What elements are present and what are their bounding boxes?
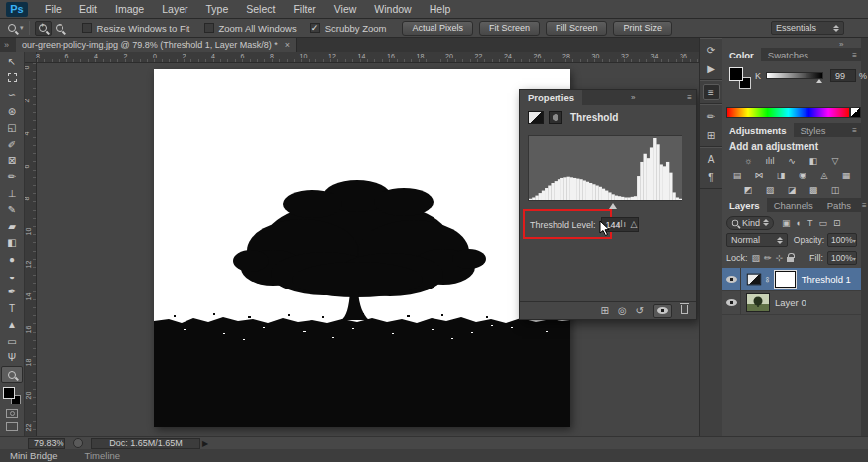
button-actual-pixels[interactable]: Actual Pixels	[402, 21, 473, 36]
dropdown-arrow-icon[interactable]: ▾	[853, 255, 856, 262]
threshold-histogram[interactable]	[528, 135, 682, 201]
history-panel-icon[interactable]: ⟳	[703, 42, 720, 58]
menu-filter[interactable]: Filter	[284, 3, 324, 15]
status-expand-icon[interactable]: ▶	[202, 439, 208, 448]
shape-tool[interactable]: ▭	[1, 333, 23, 350]
k-slider-handle[interactable]	[816, 79, 822, 83]
menu-type[interactable]: Type	[196, 3, 237, 15]
toggle-visibility-icon[interactable]	[653, 304, 672, 318]
black-white-icon[interactable]: ◨	[773, 169, 790, 181]
layer-mask-thumbnail[interactable]	[775, 271, 796, 288]
lasso-tool[interactable]: ∽	[1, 86, 23, 103]
properties-tab[interactable]: Properties	[520, 90, 582, 105]
color-spectrum-ramp[interactable]	[726, 107, 850, 118]
gradient-tool[interactable]: ◧	[1, 235, 23, 252]
layer-name[interactable]: Threshold 1	[802, 274, 851, 285]
tab-channels[interactable]: Channels	[767, 198, 820, 212]
color-balance-icon[interactable]: ⋈	[751, 169, 768, 181]
threshold-icon[interactable]: ◪	[784, 183, 801, 196]
healing-brush-tool[interactable]: ⊠	[1, 153, 23, 170]
brush-panel-icon[interactable]: ✏	[703, 108, 720, 124]
panel-menu-icon[interactable]: ≡	[683, 93, 696, 102]
color-swatch-pair[interactable]	[729, 67, 751, 89]
quick-mask-button[interactable]	[6, 409, 18, 418]
history-brush-tool[interactable]: ✎	[1, 201, 23, 218]
panel-menu-icon[interactable]: ≡	[848, 123, 861, 137]
brush-tool[interactable]: ✏	[1, 169, 23, 185]
checkbox-zoom-all-windows[interactable]: Zoom All Windows	[204, 23, 297, 34]
tab-overflow-icon[interactable]: »	[4, 40, 9, 50]
checkbox-scrubby-zoom[interactable]: ✓Scrubby Zoom	[310, 23, 387, 34]
tab-paths[interactable]: Paths	[820, 198, 858, 212]
brightness-contrast-icon[interactable]: ☼	[740, 154, 757, 167]
menu-window[interactable]: Window	[365, 3, 420, 15]
tab-styles[interactable]: Styles	[794, 123, 833, 137]
zoom-out-button[interactable]: −	[52, 21, 68, 36]
foreground-swatch[interactable]	[729, 67, 743, 81]
move-tool[interactable]: ↖	[1, 54, 23, 70]
levels-icon[interactable]: ılıl	[762, 154, 779, 167]
view-previous-state-icon[interactable]: ◎	[618, 306, 627, 316]
filter-smart-object-icon[interactable]: ⊡	[833, 218, 841, 228]
filter-image-icon[interactable]: ▣	[782, 218, 791, 228]
screen-mode-button[interactable]	[6, 422, 18, 431]
document-size-field[interactable]: Doc: 1.65M/1.65M	[91, 438, 200, 449]
threshold-adjustment-thumbnail[interactable]	[747, 274, 761, 286]
visibility-toggle[interactable]	[722, 291, 741, 315]
paragraph-panel-icon[interactable]: ¶	[703, 170, 720, 185]
mask-link-icon[interactable]: ∞	[763, 277, 772, 283]
quick-selection-tool[interactable]: ⊛	[1, 103, 23, 120]
document-canvas[interactable]	[154, 69, 570, 427]
zoom-level-field[interactable]: 79.83%	[28, 438, 65, 449]
lock-paint-icon[interactable]: ✏	[764, 253, 772, 263]
opacity-field[interactable]: 100%▾	[827, 233, 857, 247]
workspace-switcher[interactable]: Essentials	[771, 21, 844, 35]
curves-icon[interactable]: ∿	[784, 154, 801, 167]
button-print-size[interactable]: Print Size	[613, 21, 672, 36]
menu-select[interactable]: Select	[237, 3, 284, 15]
crop-tool[interactable]: ◱	[1, 119, 23, 136]
layer-row-layer-0[interactable]: Layer 0	[722, 291, 861, 315]
checkbox-box[interactable]	[204, 23, 214, 33]
menu-help[interactable]: Help	[421, 3, 460, 15]
visibility-toggle[interactable]	[722, 268, 741, 291]
status-icon[interactable]	[73, 438, 83, 448]
eraser-tool[interactable]: ▰	[1, 218, 23, 235]
foreground-color-swatch[interactable]	[3, 387, 15, 399]
spectrum-bw-swatch[interactable]	[850, 107, 861, 118]
selective-color-icon[interactable]: ◫	[827, 183, 844, 196]
properties-panel-icon[interactable]: ≡	[703, 84, 720, 100]
clip-to-layer-icon[interactable]: ⊞	[600, 306, 608, 316]
zoom-tool[interactable]	[1, 366, 23, 383]
tab-close-icon[interactable]: ×	[285, 40, 290, 50]
channel-mixer-icon[interactable]: ◬	[816, 169, 833, 181]
menu-layer[interactable]: Layer	[153, 3, 196, 15]
eyedropper-tool[interactable]: ✐	[1, 136, 23, 153]
photo-filter-icon[interactable]: ◉	[795, 169, 811, 181]
layer-row-threshold-1[interactable]: ∞ Threshold 1	[722, 268, 861, 291]
filter-type-icon[interactable]: T	[807, 218, 813, 228]
kind-filter-dropdown[interactable]: Kind	[726, 216, 774, 230]
character-panel-icon[interactable]: A	[703, 151, 720, 167]
filter-adjustment-icon[interactable]: ◐	[797, 218, 802, 228]
menu-file[interactable]: File	[36, 3, 70, 15]
hue-saturation-icon[interactable]: ▤	[729, 169, 746, 181]
fill-field[interactable]: 100%▾	[827, 251, 857, 265]
blend-mode-select[interactable]: Normal	[726, 233, 788, 247]
hand-tool[interactable]: Ψ	[1, 350, 23, 367]
tab-layers[interactable]: Layers	[722, 198, 767, 212]
dodge-tool[interactable]: ◒	[1, 268, 23, 285]
menu-edit[interactable]: Edit	[70, 3, 106, 15]
checkbox-resize-windows-to-fit[interactable]: Resize Windows to Fit	[82, 23, 190, 34]
actions-panel-icon[interactable]: ▶	[703, 60, 720, 76]
foreground-background-swatches[interactable]	[2, 386, 22, 405]
posterize-icon[interactable]: ▨	[762, 183, 779, 196]
zoom-tool-preset[interactable]: ▾	[8, 24, 24, 32]
tab-swatches[interactable]: Swatches	[761, 48, 815, 61]
checkbox-box[interactable]	[82, 23, 92, 33]
reset-adjustment-icon[interactable]: ↺	[636, 306, 644, 316]
button-fit-screen[interactable]: Fit Screen	[479, 21, 540, 36]
tab-adjustments[interactable]: Adjustments	[722, 123, 794, 137]
layer-name[interactable]: Layer 0	[775, 297, 806, 308]
panel-menu-icon[interactable]: ≡	[848, 48, 861, 61]
